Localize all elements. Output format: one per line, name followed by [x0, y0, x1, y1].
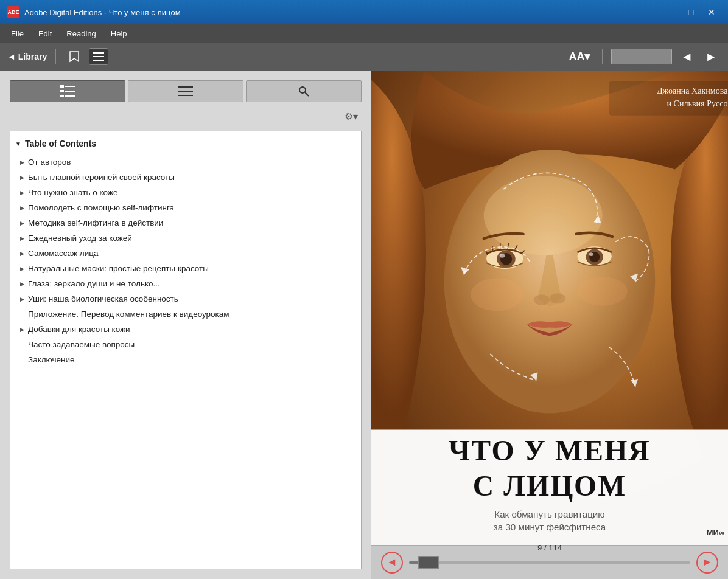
window-title: Adobe Digital Editions - Что у меня с ли…	[24, 8, 661, 17]
toc-item-text-2: Что нужно знать о коже	[28, 188, 351, 197]
svg-point-28	[578, 277, 628, 306]
toc-arrow-7: ▶	[20, 266, 24, 272]
prev-page-button[interactable]: ◄	[677, 50, 696, 64]
svg-rect-5	[60, 90, 64, 92]
svg-text:ЧТО У МЕНЯ: ЧТО У МЕНЯ	[449, 435, 651, 466]
toc-item-text-7: Натуральные маски: простые рецепты красо…	[28, 264, 351, 273]
toc-view-button[interactable]	[10, 80, 125, 102]
svg-point-12	[299, 87, 306, 93]
font-size-button[interactable]: AA▾	[565, 50, 593, 63]
toc-item-0[interactable]: ▶ От авторов	[15, 154, 356, 170]
search-button[interactable]	[246, 80, 362, 102]
toc-item-5[interactable]: ▶ Ежедневный уход за кожей	[15, 231, 356, 246]
svg-point-16	[484, 176, 603, 255]
toolbar-divider2	[602, 49, 603, 64]
toc-item-text-0: От авторов	[28, 158, 351, 167]
toc-item-8[interactable]: ▶ Глаза: зеркало души и не только...	[15, 276, 356, 291]
toc-item-12[interactable]: ▶ Часто задаваемые вопросы	[15, 337, 356, 352]
next-page-button[interactable]: ►	[701, 50, 721, 64]
svg-rect-10	[178, 91, 193, 92]
toc-title: ▼ Table of Contents	[15, 139, 356, 148]
toc-item-text-11: Добавки для красоты кожи	[28, 325, 351, 334]
svg-rect-7	[60, 95, 64, 97]
toc-arrow-9: ▶	[20, 296, 24, 302]
toc-item-6[interactable]: ▶ Самомассаж лица	[15, 246, 356, 261]
toc-arrow-8: ▶	[20, 281, 24, 287]
svg-line-13	[305, 92, 309, 96]
left-panel: ⚙▾ ▼ Table of Contents ▶ От авторов ▶ Бы…	[0, 71, 371, 579]
minimize-button[interactable]: —	[661, 5, 679, 19]
svg-point-24	[589, 253, 593, 256]
svg-point-20	[500, 254, 505, 258]
svg-rect-4	[65, 86, 75, 87]
page-slider-container: 9 / 114	[409, 556, 690, 569]
svg-point-25	[534, 294, 550, 305]
toc-arrow-1: ▶	[20, 175, 24, 181]
menu-help[interactable]: Help	[105, 27, 133, 40]
svg-rect-11	[178, 95, 193, 96]
toc-item-text-3: Помолодеть с помощью self-лифтинга	[28, 203, 351, 212]
svg-rect-8	[65, 95, 75, 97]
toc-button[interactable]	[89, 48, 108, 65]
toc-arrow-2: ▶	[20, 190, 24, 196]
page-input[interactable]	[611, 49, 672, 64]
toc-item-7[interactable]: ▶ Натуральные маски: простые рецепты кра…	[15, 261, 356, 276]
toc-item-text-12: Часто задаваемые вопросы	[28, 340, 351, 349]
title-bar: ADE Adobe Digital Editions - Что у меня …	[0, 0, 728, 24]
toc-item-text-9: Уши: наша биологическая особенность	[28, 294, 351, 303]
next-button[interactable]: ►	[696, 552, 718, 574]
list-view-button[interactable]	[128, 80, 243, 102]
toc-item-1[interactable]: ▶ Быть главной героиней своей красоты	[15, 170, 356, 185]
svg-text:Джоанна Хакимова: Джоанна Хакимова	[657, 86, 728, 95]
toc-arrow-5: ▶	[20, 235, 24, 241]
toc-item-9[interactable]: ▶ Уши: наша биологическая особенность	[15, 291, 356, 307]
toc-arrow-6: ▶	[20, 251, 24, 257]
settings-button[interactable]: ⚙▾	[341, 109, 362, 123]
svg-text:МИ∞: МИ∞	[707, 528, 724, 537]
menu-file[interactable]: File	[5, 27, 30, 40]
toc-item-4[interactable]: ▶ Методика self-лифтинга в действии	[15, 215, 356, 231]
svg-point-26	[550, 293, 565, 303]
toc-item-2[interactable]: ▶ Что нужно знать о коже	[15, 185, 356, 200]
toc-collapse-arrow[interactable]: ▼	[15, 140, 21, 147]
toc-item-3[interactable]: ▶ Помолодеть с помощью self-лифтинга	[15, 200, 356, 215]
svg-text:С ЛИЦОМ: С ЛИЦОМ	[473, 470, 627, 502]
window-controls: — □ ✕	[661, 5, 721, 19]
svg-rect-3	[60, 85, 64, 88]
library-button[interactable]: ◄ Library	[7, 52, 47, 61]
svg-rect-2	[93, 60, 104, 61]
menu-reading[interactable]: Reading	[60, 27, 102, 40]
toc-arrow-3: ▶	[20, 205, 24, 211]
svg-rect-1	[93, 56, 104, 57]
close-button[interactable]: ✕	[702, 5, 721, 19]
toc-item-text-10: Приложение. Перевод комментариев к видео…	[28, 310, 351, 319]
toc-settings-row: ⚙▾	[10, 109, 362, 123]
toolbar: ◄ Library AA▾ ◄ ►	[0, 43, 728, 71]
svg-rect-0	[93, 52, 104, 54]
book-cover-svg: Джоанна Хакимова и Сильвия Руссо ЧТО У М…	[371, 71, 728, 545]
prev-button[interactable]: ◄	[381, 552, 403, 574]
page-slider-thumb[interactable]	[418, 556, 439, 569]
toc-item-text-1: Быть главной героиней своей красоты	[28, 173, 351, 182]
toc-item-text-13: Заключение	[28, 355, 351, 364]
page-slider-track	[409, 561, 690, 564]
toc-item-11[interactable]: ▶ Добавки для красоты кожи	[15, 322, 356, 337]
toc-panel: ▼ Table of Contents ▶ От авторов ▶ Быть …	[10, 131, 362, 569]
book-display: Джоанна Хакимова и Сильвия Руссо ЧТО У М…	[371, 71, 728, 545]
toc-item-10[interactable]: ▶ Приложение. Перевод комментариев к вид…	[15, 307, 356, 322]
svg-rect-6	[65, 91, 75, 92]
bookmark-button[interactable]	[65, 48, 84, 65]
maximize-button[interactable]: □	[682, 5, 700, 19]
toolbar-divider	[55, 49, 56, 64]
menu-edit[interactable]: Edit	[32, 27, 58, 40]
toc-arrow-4: ▶	[20, 220, 24, 226]
toc-item-text-4: Методика self-лифтинга в действии	[28, 218, 351, 227]
menu-bar: File Edit Reading Help	[0, 24, 728, 43]
toc-arrow-11: ▶	[20, 327, 24, 333]
toc-item-13[interactable]: ▶ Заключение	[15, 352, 356, 367]
toc-item-text-5: Ежедневный уход за кожей	[28, 234, 351, 243]
toc-item-text-6: Самомассаж лица	[28, 249, 351, 258]
app-icon: ADE	[7, 6, 19, 18]
page-number: 9 / 114	[537, 543, 562, 552]
main-content: ⚙▾ ▼ Table of Contents ▶ От авторов ▶ Бы…	[0, 71, 728, 579]
